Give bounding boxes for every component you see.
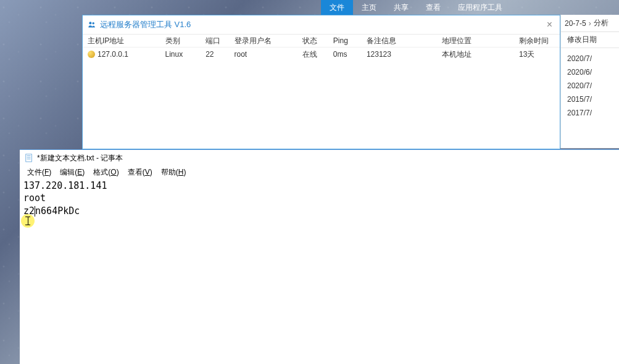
text-line: z2n664PkDc [23, 205, 80, 217]
cell-note: 123123 [367, 50, 442, 59]
menu-edit[interactable]: 编辑(E) [56, 167, 88, 178]
chevron-right-icon: › [589, 19, 591, 28]
cell-ip: 127.0.0.1 [98, 50, 128, 59]
notepad-window: *新建文本文档.txt - 记事本 文件(F) 编辑(E) 格式(O) 查看(V… [20, 149, 619, 364]
col-header-remain[interactable]: 剩余时间 [519, 36, 555, 46]
notepad-icon [25, 154, 33, 162]
list-item[interactable]: 2017/7/ [567, 106, 619, 120]
titlebar[interactable]: 远程服务器管理工具 V1.6 × [83, 15, 560, 34]
cell-remain: 13天 [519, 49, 555, 60]
window-title: *新建文本文档.txt - 记事本 [37, 153, 123, 163]
text-area[interactable]: 137.220.181.141 root z2n664PkDc [20, 178, 619, 218]
col-header-status[interactable]: 状态 [302, 36, 333, 46]
explorer-ribbon-tabs: 文件 主页 共享 查看 应用程序工具 [321, 0, 511, 15]
ribbon-tab-home[interactable]: 主页 [353, 0, 385, 15]
menu-file[interactable]: 文件(F) [23, 167, 55, 178]
ibeam-cursor-icon [25, 217, 30, 225]
col-header-ping[interactable]: Ping [333, 36, 367, 45]
svg-point-1 [92, 22, 94, 25]
menu-help[interactable]: 帮助(H) [157, 167, 190, 178]
list-item[interactable]: 2015/7/ [567, 93, 619, 106]
globe-icon [88, 51, 95, 58]
col-header-type[interactable]: 类别 [165, 36, 206, 46]
col-header-note[interactable]: 备注信息 [367, 36, 442, 46]
cell-geo: 本机地址 [442, 49, 520, 60]
titlebar[interactable]: *新建文本文档.txt - 记事本 [20, 150, 619, 166]
list-item[interactable]: 2020/7/ [567, 79, 619, 93]
server-manager-window: 远程服务器管理工具 V1.6 × 主机IP地址 类别 端口 登录用户名 状态 P… [82, 15, 560, 149]
text-line: 137.220.181.141 [23, 180, 615, 192]
svg-point-0 [89, 22, 91, 24]
table-row[interactable]: 127.0.0.1 Linux 22 root 在线 0ms 123123 本机… [83, 48, 560, 61]
column-header-modified-date[interactable]: 修改日期 [561, 32, 619, 48]
explorer-fragment: 20-7-5 › 分析 修改日期 2020/7/ 2020/6/ 2020/7/… [560, 15, 619, 148]
cell-port: 22 [206, 50, 234, 59]
breadcrumb[interactable]: 20-7-5 › 分析 [561, 15, 619, 32]
close-icon[interactable]: × [544, 19, 555, 30]
list-item[interactable]: 2020/7/ [567, 52, 619, 65]
file-date-list: 2020/7/ 2020/6/ 2020/7/ 2015/7/ 2017/7/ [561, 48, 619, 120]
col-header-port[interactable]: 端口 [206, 36, 234, 46]
window-title: 远程服务器管理工具 V1.6 [100, 19, 191, 30]
table-header-row: 主机IP地址 类别 端口 登录用户名 状态 Ping 备注信息 地理位置 剩余时… [83, 34, 560, 48]
cell-ping: 0ms [333, 50, 367, 59]
text-line: root [23, 192, 615, 204]
ribbon-tab-file[interactable]: 文件 [321, 0, 353, 15]
breadcrumb-segment[interactable]: 分析 [594, 18, 609, 28]
ribbon-tab-share[interactable]: 共享 [385, 0, 417, 15]
ribbon-tab-apptools[interactable]: 应用程序工具 [449, 0, 511, 15]
menu-view[interactable]: 查看(V) [124, 167, 156, 178]
cell-type: Linux [165, 50, 206, 59]
list-item[interactable]: 2020/6/ [567, 65, 619, 79]
svg-rect-2 [26, 154, 32, 162]
col-header-geo[interactable]: 地理位置 [442, 36, 520, 46]
cell-user: root [235, 50, 302, 59]
people-icon [88, 20, 96, 29]
menubar: 文件(F) 编辑(E) 格式(O) 查看(V) 帮助(H) [20, 166, 619, 178]
col-header-user[interactable]: 登录用户名 [235, 36, 302, 46]
breadcrumb-segment[interactable]: 20-7-5 [565, 19, 586, 28]
ribbon-tab-view[interactable]: 查看 [417, 0, 449, 15]
cell-status: 在线 [302, 49, 333, 60]
col-header-ip[interactable]: 主机IP地址 [88, 36, 165, 46]
menu-format[interactable]: 格式(O) [89, 167, 122, 178]
